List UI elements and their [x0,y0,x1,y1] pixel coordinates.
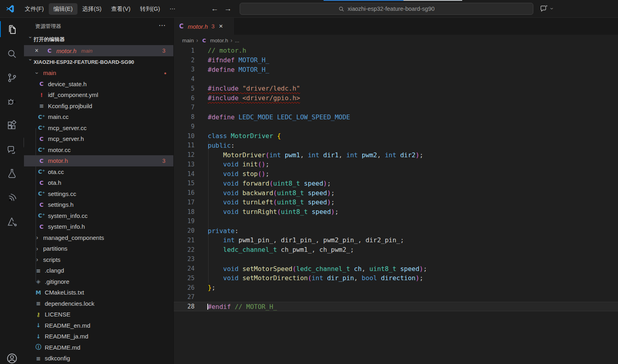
tree-item[interactable]: C⁺motor.cc [24,144,173,156]
code-line-text[interactable]: class MotorDriver { [208,132,281,140]
code-line[interactable]: 26}; [174,283,618,293]
code-line[interactable]: 1// motor.h [174,46,618,55]
code-line[interactable]: 11public: [174,141,618,150]
tree-item[interactable]: !idf_component.yml [24,89,173,101]
code-line-text[interactable]: public: [208,142,234,149]
tree-item[interactable]: Cdevice_state.h [24,79,173,90]
run-debug-view-button[interactable] [0,90,24,114]
copilot-menu[interactable]: › [539,4,553,13]
menu-item[interactable]: 编辑(E) [49,3,77,15]
code-line[interactable]: 19 [174,217,618,226]
tree-item[interactable]: ≡sdkconfig [24,353,173,364]
code-line[interactable]: 16 void backward(uint8_t speed); [174,188,618,198]
forward-arrow-button[interactable]: → [224,4,232,13]
code-line-text[interactable]: void backward(uint8_t speed); [208,189,335,197]
code-line[interactable]: 15 void forward(uint8_t speed); [174,179,618,188]
tree-item[interactable]: Csystem_info.h [24,221,173,232]
tree-item[interactable]: ›partitions [24,243,173,254]
code-line-text[interactable]: void forward(uint8_t speed); [208,180,331,187]
open-editor-item-motor-h[interactable]: × C motor.h main 3 [24,45,173,56]
code-line[interactable]: 8#define LEDC_MODE LEDC_LOW_SPEED_MODE [174,112,618,122]
more-actions-icon[interactable]: ⋯ [159,21,166,30]
code-line[interactable]: 21 int pwm1_pin_, dir1_pin_, pwm2_pin_, … [174,235,618,245]
code-line-text[interactable]: void setMotorDirection(int dir_pin, bool… [208,274,423,282]
tree-item[interactable]: C⁺ota.cc [24,166,173,178]
source-control-view-button[interactable] [0,66,24,90]
tree-item[interactable]: Cmcp_server.h [24,133,173,144]
tree-item[interactable]: ›main● [24,67,173,79]
tree-item[interactable]: ⓘREADME.md [24,342,173,353]
code-line-text[interactable]: // motor.h [208,47,246,54]
back-arrow-button[interactable]: ← [211,4,219,13]
tree-item[interactable]: ›managed_components [24,232,173,243]
code-line[interactable]: 14 void stop(); [174,169,618,179]
account-button[interactable] [0,346,24,364]
code-line-text[interactable]: #define LEDC_MODE LEDC_LOW_SPEED_MODE [208,113,350,121]
tree-item[interactable]: C⁺settings.cc [24,188,173,200]
platform-tool-view-button[interactable] [0,210,24,233]
code-line-text[interactable]: private: [208,227,238,235]
code-line[interactable]: 5#include "driver/ledc.h" [174,84,618,93]
code-editor[interactable]: 1// motor.h2#ifndef MOTOR_H_3#define MOT… [174,46,618,311]
tree-item[interactable]: ≡Kconfig.projbuild [24,101,173,112]
breadcrumb-symbol[interactable]: ... [235,38,239,44]
code-line-text[interactable]: void turnRight(uint8_t speed); [208,208,339,216]
tree-item[interactable]: Cmotor.h3 [24,155,173,166]
tree-item[interactable]: Cota.h [24,177,173,188]
code-line-text[interactable]: #ifndef MOTOR_H_ [208,56,269,64]
code-line[interactable]: 18 void turnRight(uint8_t speed); [174,207,618,217]
menu-item[interactable]: 查看(V) [106,3,135,15]
tree-item[interactable]: ◈.gitignore [24,276,173,287]
search-view-button[interactable] [0,42,24,66]
code-line-text[interactable]: }; [208,284,215,291]
command-center-search[interactable]: xiaozhi-esp32-feature-board-sg90 [240,3,533,15]
code-line[interactable]: 6#include <driver/gpio.h> [174,93,618,103]
close-icon[interactable]: × [219,22,223,30]
code-line-text[interactable]: #define MOTOR_H_ [208,66,269,73]
espressif-idf-view-button[interactable] [0,186,24,210]
menu-item[interactable]: 选择(S) [77,3,106,15]
tree-item[interactable]: MCMakeLists.txt [24,287,173,298]
menu-item[interactable]: ⋯ [165,4,180,14]
explorer-view-button[interactable] [0,18,24,42]
code-line[interactable]: 24 void setMotorSpeed(ledc_channel_t ch,… [174,264,618,273]
code-line-text[interactable]: int pwm1_pin_, dir1_pin_, pwm2_pin_, dir… [208,236,404,244]
code-line-text[interactable]: MotorDriver(int pwm1, int dir1, int pwm2… [208,151,423,159]
code-line[interactable]: 13 void init(); [174,160,618,169]
code-line[interactable]: 17 void turnLeft(uint8_t speed); [174,198,618,207]
extensions-view-button[interactable] [0,114,24,138]
breadcrumb-folder[interactable]: main [182,38,194,44]
open-editors-section-header[interactable]: › 打开的编辑器 [24,34,173,45]
project-section-header[interactable]: › XIAOZHI-ESP32-FEATURE-BOARD-SG90 [24,56,173,67]
tree-item[interactable]: C⁺system_info.cc [24,210,173,222]
code-line[interactable]: 23 [174,255,618,264]
tree-item[interactable]: ≡dependencies.lock [24,298,173,309]
tree-item[interactable]: ⚷LICENSE [24,309,173,320]
code-line-text[interactable]: void init(); [208,160,269,168]
code-line[interactable]: 4 [174,74,618,84]
code-line[interactable]: 10class MotorDriver { [174,131,618,141]
breadcrumb-file[interactable]: motor.h [210,38,228,44]
close-icon[interactable]: × [35,47,42,54]
code-line[interactable]: 2#ifndef MOTOR_H_ [174,55,618,65]
tree-item[interactable]: ↓README_en.md [24,320,173,331]
code-line[interactable]: 20private: [174,226,618,235]
tree-item[interactable]: ≡.clangd [24,265,173,276]
code-line-text[interactable]: #include <driver/gpio.h> [208,94,300,102]
code-line-text[interactable]: void turnLeft(uint8_t speed); [208,198,335,206]
menu-item[interactable]: 转到(G) [135,3,165,15]
code-line[interactable]: 28#endif // MOTOR_H_ [174,302,618,311]
code-line-text[interactable]: #include "driver/ledc.h" [208,85,300,92]
code-line[interactable]: 25 void setMotorDirection(int dir_pin, b… [174,273,618,283]
code-line-text[interactable]: void stop(); [208,170,269,178]
code-line[interactable]: 9 [174,122,618,131]
code-line-text[interactable]: #endif // MOTOR_H_ [208,303,277,311]
tree-item[interactable]: C⁺main.cc [24,111,173,123]
tree-item[interactable]: ›scripts [24,254,173,265]
menu-item[interactable]: 文件(F) [20,3,49,15]
code-line-text[interactable]: void setMotorSpeed(ledc_channel_t ch, ui… [208,265,427,273]
code-line[interactable]: 22 ledc_channel_t ch_pwm1_, ch_pwm2_; [174,245,618,255]
code-line[interactable]: 27 [174,293,618,302]
code-line[interactable]: 3#define MOTOR_H_ [174,65,618,75]
tree-item[interactable]: C⁺mcp_server.cc [24,123,173,134]
